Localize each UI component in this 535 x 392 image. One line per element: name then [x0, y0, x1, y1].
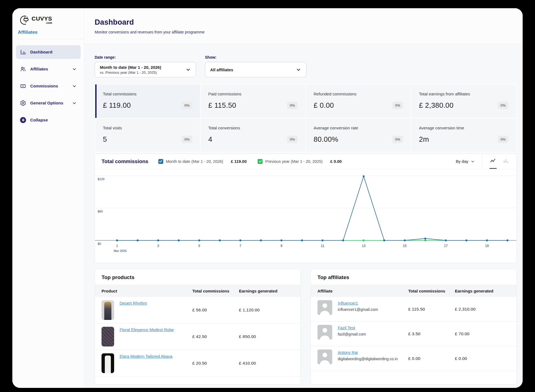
table-row: Desert Rhythm £ 56.00 £ 1,120.00 [95, 297, 300, 323]
line-chart-toggle-icon[interactable] [489, 154, 497, 169]
stat-card-total-conversions[interactable]: Total conversions 40% [201, 118, 305, 152]
product-link[interactable]: Elara Modern Tailored Abaya [120, 354, 172, 373]
granularity-select[interactable]: By day [449, 159, 482, 164]
affiliate-link[interactable]: Antony Raj [338, 350, 398, 355]
chart-title: Total commissions [102, 158, 148, 164]
stat-card-paid-commissions[interactable]: Paid commissions £ 115.500% [201, 84, 305, 118]
users-icon [20, 66, 26, 72]
page-subtitle: Monitor conversions and revenues from yo… [95, 30, 513, 34]
date-range-select[interactable]: Month to date (Mar 1 - 20, 2026) vs. Pre… [95, 62, 196, 77]
svg-text:17: 17 [444, 244, 448, 248]
product-photo[interactable] [102, 327, 114, 346]
total-commissions-value: £ 56.00 [192, 300, 239, 320]
affiliate-link[interactable]: Fazil Test [338, 325, 366, 330]
affiliate-filter-select[interactable]: All affiliates [205, 62, 306, 77]
stat-card-total-visits[interactable]: Total visits 50% [95, 118, 200, 152]
legend-item-previous-period[interactable]: Previous year (Mar 1 - 20, 2025) [258, 159, 323, 164]
column-header: Total commissions [192, 289, 239, 293]
sidebar-item-general-options[interactable]: General Options [16, 96, 81, 110]
earnings-generated-value: £ 410.00 [239, 353, 294, 373]
affiliate-email: fazil@gmail.com [338, 332, 366, 336]
product-photo[interactable] [102, 300, 114, 320]
svg-text:19: 19 [485, 244, 489, 248]
page-title: Dashboard [95, 18, 513, 27]
sidebar-item-label: General Options [30, 101, 68, 106]
stat-card-total-commissions[interactable]: Total commissions £ 119.000% [95, 84, 200, 118]
column-header: Product [102, 289, 192, 293]
total-commissions-value: £ 20.50 [192, 353, 239, 373]
cuvys-plug-logo-icon [18, 14, 30, 26]
stat-label: Refunded commissions [314, 92, 403, 96]
stats-grid: Total commissions £ 119.000% Paid commis… [95, 84, 517, 152]
svg-text:13: 13 [362, 244, 366, 248]
sidebar-item-dashboard[interactable]: Dashboard [16, 45, 81, 59]
stat-label: Total commissions [103, 92, 192, 96]
affiliate-link[interactable]: Influencer1 [338, 301, 378, 305]
app-window: CUVYS .com Affiliates Dashboard [12, 8, 523, 388]
sidebar-item-commissions[interactable]: Commissions [16, 79, 81, 93]
stat-card-avg-conversion-time[interactable]: Average conversion time 2m0% [411, 118, 516, 152]
legend-amount: £ 119.00 [231, 159, 247, 164]
stat-card-avg-conversion-rate[interactable]: Average conversion rate 80.00%0% [306, 118, 411, 152]
svg-text:5: 5 [198, 244, 200, 248]
table-header-row: Affiliate Total commissions Earnings gen… [311, 285, 516, 297]
legend-label: Month to date (Mar 1 - 20, 2026) [166, 159, 223, 164]
date-range-label: Date range: [95, 55, 196, 59]
stat-change-badge: 0% [287, 102, 298, 109]
stat-change-badge: 0% [392, 102, 403, 109]
stat-change-badge: 0% [287, 136, 298, 143]
stat-value: £ 0.00 [314, 101, 334, 110]
sidebar-item-label: Collapse [30, 118, 77, 123]
bar-chart-toggle-icon[interactable] [503, 154, 509, 169]
table-header-row: Product Total commissions Earnings gener… [95, 285, 300, 297]
banknote-icon [20, 83, 26, 89]
affiliate-email: digitalwording@digitalwording.co.in [338, 357, 398, 361]
stat-value: 2m [419, 135, 429, 144]
main-area: Dashboard Monitor conversions and revenu… [85, 8, 523, 388]
product-link[interactable]: Desert Rhythm [120, 301, 147, 320]
stat-value: £ 115.50 [208, 101, 236, 110]
stat-card-refunded-commissions[interactable]: Refunded commissions £ 0.000% [306, 84, 411, 118]
chevron-down-icon [296, 67, 301, 72]
product-photo[interactable] [102, 353, 114, 373]
chart-body: $120$60$0135791113151719Mar 2026 [95, 169, 516, 263]
sidebar-nav: Dashboard Affiliates [12, 39, 84, 133]
total-commissions-value: £ 3.50 [408, 325, 455, 343]
stat-label: Average conversion time [419, 126, 508, 130]
chevron-down-icon [471, 159, 475, 164]
commissions-line-chart: $120$60$0135791113151719Mar 2026 [95, 171, 516, 261]
checkbox-checked-icon[interactable] [158, 159, 163, 164]
chart-header: Total commissions Month to date (Mar 1 -… [95, 154, 516, 169]
total-commissions-value: £ 115.50 [408, 300, 455, 318]
svg-text:7: 7 [240, 244, 241, 248]
legend-item-current-period[interactable]: Month to date (Mar 1 - 20, 2026) [158, 159, 223, 164]
stat-value: £ 2,380.00 [419, 101, 454, 110]
chevron-down-icon [72, 67, 77, 72]
earnings-generated-value: £ 70.00 [455, 325, 510, 343]
arrow-left-circle-icon [20, 117, 26, 123]
sidebar-item-collapse[interactable]: Collapse [16, 113, 81, 127]
stat-label: Total conversions [208, 126, 298, 130]
chart-legend: Month to date (Mar 1 - 20, 2026) £ 119.0… [158, 159, 449, 164]
stat-card-total-earnings[interactable]: Total earnings from affiliates £ 2,380.0… [411, 84, 516, 118]
checkbox-checked-icon[interactable] [258, 159, 263, 164]
date-range-comparison: vs. Previous year (Mar 1 - 20, 2025) [100, 70, 185, 75]
stat-label: Paid commissions [208, 92, 298, 96]
filters-row: Date range: Month to date (Mar 1 - 20, 2… [95, 55, 517, 77]
legend-label: Previous year (Mar 1 - 20, 2025) [265, 159, 323, 164]
table-row: Floral Elegance Modest Robe £ 42.50 £ 85… [95, 323, 300, 350]
product-link[interactable]: Floral Elegance Modest Robe [120, 327, 174, 346]
column-header: Total commissions [408, 289, 455, 293]
avatar [317, 300, 332, 315]
chevron-down-icon [72, 101, 77, 106]
sidebar-item-label: Dashboard [30, 50, 77, 55]
top-affiliates-title: Top affiliates [311, 269, 516, 285]
sidebar-item-affiliates[interactable]: Affiliates [16, 62, 81, 76]
bar-chart-icon [20, 49, 26, 55]
table-row: Fazil Test fazil@gmail.com £ 3.50 £ 70.0… [311, 322, 516, 346]
chevron-down-icon [185, 67, 191, 72]
affiliates-program-label: Affiliates [18, 30, 79, 35]
date-range-value: Month to date (Mar 1 - 20, 2026) [100, 65, 185, 70]
earnings-generated-value: £ 2,310.00 [455, 300, 510, 318]
svg-text:3: 3 [157, 244, 159, 248]
